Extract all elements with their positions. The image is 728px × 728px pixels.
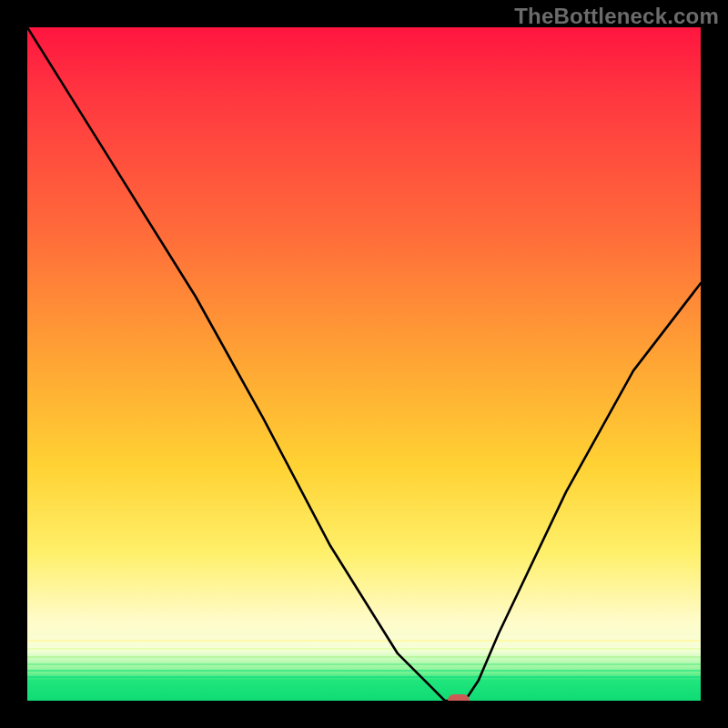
watermark-text: TheBottleneck.com	[514, 4, 719, 29]
bottleneck-curve-path	[27, 27, 701, 701]
optimum-marker	[448, 694, 470, 701]
plot-area	[27, 27, 701, 701]
chart-container: TheBottleneck.com	[0, 0, 728, 728]
curve-svg	[27, 27, 701, 701]
